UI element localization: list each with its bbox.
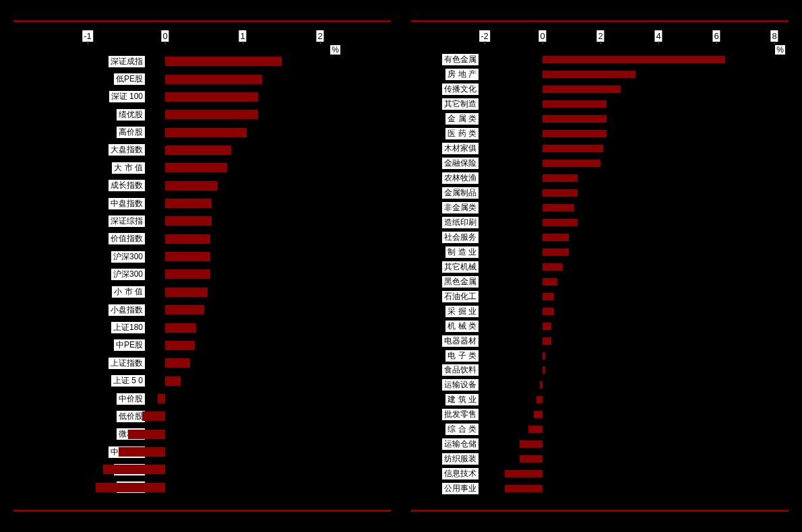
bar-label: 其它制造 xyxy=(442,98,479,110)
bar-label: 高价股 xyxy=(117,127,145,138)
bar-label: 信息技术 xyxy=(442,468,479,479)
bar-row: 造纸印刷 xyxy=(411,216,789,228)
bar-row: 亏损股 xyxy=(13,480,391,495)
bar-row: 大 市 值 xyxy=(13,160,391,175)
bar-rect xyxy=(165,376,181,386)
bar-rect xyxy=(165,323,196,333)
bar-rect xyxy=(543,130,607,137)
bar-label: 石油化工 xyxy=(442,291,479,302)
bar-label: 上证180 xyxy=(111,322,145,333)
bar-label: 公用事业 xyxy=(442,483,479,494)
bar-rect xyxy=(543,71,636,78)
bar-label: 金 属 类 xyxy=(445,113,479,125)
bar-rect xyxy=(520,455,543,463)
bar-row: 价值指数 xyxy=(13,232,391,246)
bar-row: 上证180 xyxy=(13,321,391,335)
bar-rect xyxy=(543,323,551,330)
bar-rect xyxy=(128,430,165,439)
bar-row: 高PE股 xyxy=(13,462,391,477)
bar-row: 石油化工 xyxy=(411,290,789,302)
bar-row: 运输设备 xyxy=(411,379,789,391)
bar-row: 中PE股 xyxy=(13,338,391,353)
bar-row: 信息技术 xyxy=(411,468,789,480)
bar-label: 综 合 类 xyxy=(445,424,479,435)
bar-rect xyxy=(505,470,543,477)
bar-row: 小 市 值 xyxy=(13,285,391,300)
bar-row: 社会服务 xyxy=(411,231,789,243)
tick-neg2: -2 xyxy=(479,30,490,42)
bar-rect xyxy=(543,219,578,226)
bar-label: 医 药 类 xyxy=(445,128,479,139)
bar-row: 金 属 类 xyxy=(411,113,789,125)
bar-rect xyxy=(528,426,543,433)
bar-label: 中PE股 xyxy=(114,339,145,351)
bar-label: 成长指数 xyxy=(109,180,145,191)
bar-rect xyxy=(543,174,578,182)
bar-row: 绩优股 xyxy=(13,107,391,122)
bar-row: 上证 5 0 xyxy=(13,374,391,389)
bar-label: 电器器材 xyxy=(442,335,479,347)
bar-row: 大盘指数 xyxy=(13,143,391,158)
bar-label: 农林牧渔 xyxy=(442,172,479,184)
bar-row: 房 地 产 xyxy=(411,69,789,81)
bar-label: 绩优股 xyxy=(117,109,145,121)
bar-label: 机 械 类 xyxy=(445,321,479,332)
bar-label: 房 地 产 xyxy=(445,69,479,80)
bar-rect xyxy=(165,199,212,208)
bar-label: 价值指数 xyxy=(109,233,145,244)
bar-row: 微利股 xyxy=(13,427,391,442)
bar-label: 造纸印刷 xyxy=(442,217,479,228)
bar-label: 非金属类 xyxy=(442,202,479,213)
bar-rect xyxy=(165,341,195,350)
bar-rect xyxy=(96,483,166,492)
bar-row: 木材家俱 xyxy=(411,143,789,155)
bar-rect xyxy=(543,278,557,286)
bar-row: 传播文化 xyxy=(411,84,789,96)
bar-label: 纺织服装 xyxy=(442,453,479,465)
bar-rect xyxy=(543,145,603,152)
bar-row: 高价股 xyxy=(13,125,391,140)
bar-row: 批发零售 xyxy=(411,409,789,421)
bar-row: 沪深300 xyxy=(13,249,391,264)
bar-rect xyxy=(543,56,725,63)
bar-row: 医 药 类 xyxy=(411,128,789,140)
bar-rect xyxy=(165,75,262,84)
plot-area-right: 有色金属房 地 产传播文化其它制造金 属 类医 药 类木材家俱金融保险农林牧渔金… xyxy=(411,53,789,496)
bar-row: 电 子 类 xyxy=(411,350,789,362)
bar-label: 金属制品 xyxy=(442,187,479,199)
bar-label: 沪深300 xyxy=(111,269,145,280)
bar-rect xyxy=(543,308,554,315)
bar-row: 建 筑 业 xyxy=(411,394,789,406)
bar-rect xyxy=(543,86,621,93)
bar-row: 深证综指 xyxy=(13,213,391,228)
bar-row: 食品饮料 xyxy=(411,364,789,376)
tick-r4: 4 xyxy=(654,30,662,42)
bar-rect xyxy=(165,305,204,314)
bar-rect xyxy=(165,358,190,368)
bar-label: 上证 5 0 xyxy=(111,375,145,387)
bar-label: 其它机械 xyxy=(442,261,479,273)
bar-label: 采 掘 业 xyxy=(445,306,479,317)
bar-row: 金属制品 xyxy=(411,187,789,199)
bar-label: 社会服务 xyxy=(442,232,479,243)
tick-r8: 8 xyxy=(770,30,778,42)
bar-row: 中盘指数 xyxy=(13,196,391,211)
bar-label: 黑色金属 xyxy=(442,276,479,288)
bar-row: 低PE股 xyxy=(13,72,391,87)
bar-label: 深证 100 xyxy=(109,91,145,102)
bar-rect xyxy=(103,465,165,474)
tick-r6: 6 xyxy=(712,30,720,42)
bar-rect xyxy=(543,189,578,197)
bar-rect xyxy=(543,248,569,256)
bar-row: 小盘指数 xyxy=(13,302,391,317)
bar-row: 深证 100 xyxy=(13,90,391,104)
bar-rect xyxy=(543,293,554,300)
bar-label: 大盘指数 xyxy=(109,144,145,156)
bar-rect xyxy=(165,128,247,137)
bar-row: 农林牧渔 xyxy=(411,172,789,185)
bar-label: 深证综指 xyxy=(109,215,145,227)
chart-panel-left: -1 0 1 2 % 深证成指低PE股深证 100绩优股高价股大盘指数大 市 值… xyxy=(13,20,391,512)
bar-row: 纺织服装 xyxy=(411,453,789,465)
bar-row: 上证指数 xyxy=(13,356,391,370)
bar-rect xyxy=(540,381,543,389)
